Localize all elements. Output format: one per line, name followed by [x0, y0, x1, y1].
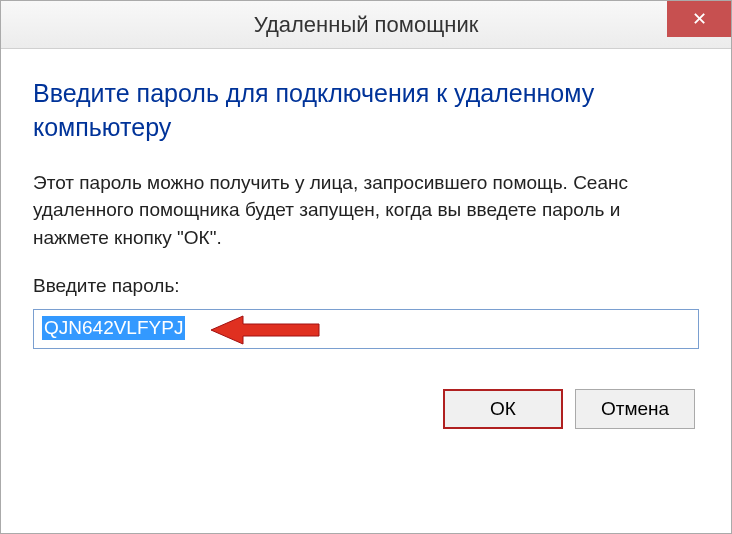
dialog-heading: Введите пароль для подключения к удаленн… — [33, 77, 699, 145]
dialog-window: Удаленный помощник ✕ Введите пароль для … — [0, 0, 732, 534]
cancel-button[interactable]: Отмена — [575, 389, 695, 429]
dialog-body-text: Этот пароль можно получить у лица, запро… — [33, 169, 699, 252]
password-value-selected: QJN642VLFYPJ — [42, 316, 185, 340]
dialog-content: Введите пароль для подключения к удаленн… — [1, 49, 731, 453]
password-label: Введите пароль: — [33, 275, 699, 297]
window-title: Удаленный помощник — [254, 12, 479, 38]
titlebar: Удаленный помощник ✕ — [1, 1, 731, 49]
password-input[interactable]: QJN642VLFYPJ — [33, 309, 699, 349]
button-row: ОК Отмена — [33, 389, 699, 429]
ok-button[interactable]: ОК — [443, 389, 563, 429]
password-field-wrapper: QJN642VLFYPJ — [33, 309, 699, 349]
close-button[interactable]: ✕ — [667, 1, 731, 37]
close-icon: ✕ — [692, 10, 707, 28]
